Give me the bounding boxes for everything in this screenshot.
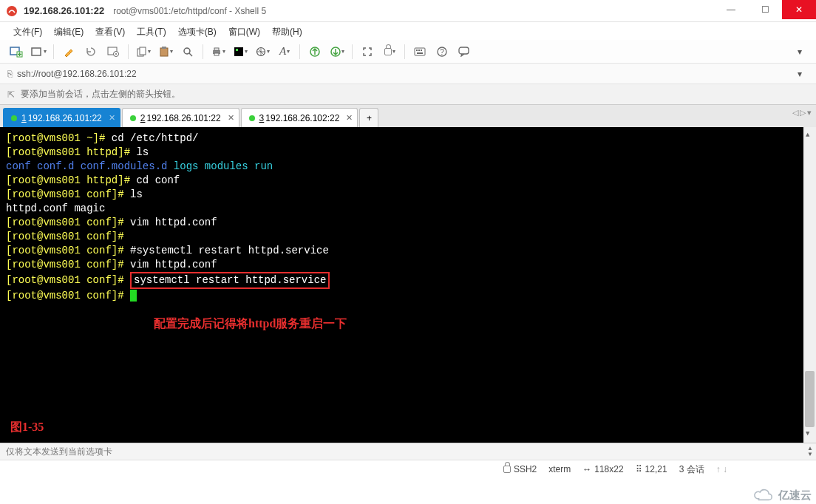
status-dot-icon (11, 115, 17, 121)
print-button[interactable] (209, 43, 227, 61)
toolbar-separator (299, 44, 300, 59)
term-cmd: cd /etc/httpd/ (112, 132, 199, 144)
tab-prev-button[interactable]: ◁ (792, 108, 798, 118)
paste-button[interactable] (157, 43, 174, 61)
tab-bar: 1 192.168.26.101:22 ✕ 2 192.168.26.101:2… (0, 105, 816, 127)
keyboard-button[interactable] (411, 43, 429, 61)
titlebar: 192.168.26.101:22 root@vms001:/etc/httpd… (0, 0, 816, 22)
prompt: [root@vms001 httpd]# (6, 174, 136, 186)
svg-rect-8 (140, 47, 146, 55)
address-overflow-button[interactable]: ▾ (791, 65, 809, 83)
session-tab-2[interactable]: 2 192.168.26.101:22 ✕ (122, 108, 239, 127)
toolbar-separator (203, 44, 203, 59)
lock-button[interactable] (381, 43, 398, 61)
cursor-icon (130, 290, 137, 302)
svg-rect-23 (421, 50, 422, 51)
menu-tools[interactable]: 工具(T) (132, 26, 170, 38)
new-session-button[interactable] (7, 43, 25, 61)
find-button[interactable] (179, 43, 197, 61)
open-session-button[interactable] (30, 43, 47, 61)
compose-spinner[interactable]: ▲▼ (807, 446, 813, 457)
term-cmd: ls (130, 188, 143, 200)
menu-file[interactable]: 文件(F) (9, 26, 47, 38)
prompt: [root@vms001 conf]# (6, 290, 130, 302)
prompt: [root@vms001 conf]# (6, 231, 124, 242)
close-button[interactable]: ✕ (782, 0, 816, 19)
menu-edit[interactable]: 编辑(E) (50, 26, 88, 38)
maximize-button[interactable]: ☐ (748, 0, 782, 19)
menu-view[interactable]: 查看(V) (91, 26, 129, 38)
ls-output: httpd.conf magic (6, 202, 105, 214)
copy-button[interactable] (135, 43, 152, 61)
ls-output-dir: conf conf.d conf.modules.d (6, 160, 167, 172)
reconnect-button[interactable] (82, 43, 100, 61)
svg-rect-15 (234, 47, 243, 56)
menu-help[interactable]: 帮助(H) (268, 26, 307, 38)
properties-button[interactable] (104, 43, 122, 61)
toolbar-separator (404, 44, 405, 59)
hint-bar: ⇱ 要添加当前会话，点击左侧的箭头按钮。 (0, 84, 816, 105)
terminal[interactable]: [root@vms001 ~]# cd /etc/httpd/ [root@vm… (0, 127, 816, 443)
svg-point-6 (115, 53, 117, 55)
svg-rect-14 (214, 53, 219, 55)
font-button[interactable]: A (276, 43, 293, 61)
color-scheme-button[interactable] (231, 43, 249, 61)
highlight-button[interactable] (60, 43, 78, 61)
tab-label: 192.168.26.102:22 (265, 113, 339, 123)
svg-rect-21 (416, 50, 418, 51)
chat-button[interactable] (455, 43, 473, 61)
terminal-scrollbar[interactable]: ▲ ▼ (803, 127, 816, 443)
transfer-down-button[interactable] (328, 43, 346, 61)
term-cmd: cd conf (136, 174, 180, 186)
help-button[interactable]: ? (433, 43, 451, 61)
title-path: root@vms001:/etc/httpd/conf - Xshell 5 (113, 6, 266, 16)
prompt: [root@vms001 conf]# (6, 259, 130, 270)
session-tab-3[interactable]: 3 192.168.26.102:22 ✕ (241, 108, 358, 127)
prompt: [root@vms001 conf]# (6, 188, 130, 200)
svg-text:?: ? (440, 48, 444, 56)
menu-window[interactable]: 窗口(W) (224, 26, 265, 38)
hint-pin-icon[interactable]: ⇱ (7, 89, 15, 100)
svg-point-0 (7, 6, 17, 16)
prompt: [root@vms001 ~]# (6, 132, 112, 144)
prompt: [root@vms001 conf]# (6, 217, 130, 228)
tab-menu-button[interactable]: ▾ (807, 108, 812, 118)
encoding-button[interactable] (254, 43, 271, 61)
term-cmd: #systemctl restart httpd.service (130, 245, 329, 256)
compose-placeholder: 仅将文本发送到当前选项卡 (6, 446, 112, 458)
status-bar: SSH2 xterm ↔118x22 ⠿12,21 3 会话 ↑ ↓ (0, 460, 816, 478)
hint-text: 要添加当前会话，点击左侧的箭头按钮。 (21, 88, 180, 101)
status-updown-icon[interactable]: ↑ ↓ (716, 464, 727, 474)
svg-rect-22 (418, 50, 420, 51)
svg-rect-9 (160, 48, 168, 56)
ls-output-link: logs modules run (167, 160, 273, 172)
term-cmd: vim httpd.conf (130, 259, 217, 270)
prompt: [root@vms001 conf]# (6, 245, 130, 256)
figure-label: 图1-35 (10, 420, 44, 433)
title-ip: 192.168.26.101:22 (24, 5, 104, 16)
compose-bar[interactable]: 仅将文本发送到当前选项卡 ▲▼ (0, 443, 816, 460)
svg-rect-20 (415, 48, 425, 55)
tab-close-icon[interactable]: ✕ (109, 113, 115, 123)
status-protocol: SSH2 (503, 464, 537, 474)
minimize-button[interactable]: — (714, 0, 748, 19)
tab-next-button[interactable]: ▷ (800, 108, 806, 118)
tab-close-icon[interactable]: ✕ (346, 113, 353, 123)
address-bar: ⎘ ssh://root@192.168.26.101:22 ▾ (0, 64, 816, 84)
watermark: 亿速云 (752, 488, 812, 503)
tab-close-icon[interactable]: ✕ (228, 113, 234, 123)
address-add-icon[interactable]: ⎘ (7, 69, 13, 79)
scrollbar-thumb[interactable] (805, 371, 815, 427)
session-tab-1[interactable]: 1 192.168.26.101:22 ✕ (3, 108, 120, 127)
svg-rect-10 (162, 47, 166, 49)
address-url[interactable]: ssh://root@192.168.26.101:22 (17, 69, 137, 79)
svg-rect-13 (214, 48, 219, 50)
term-cmd: vim httpd.conf (130, 217, 217, 228)
term-cmd: ls (136, 146, 149, 158)
transfer-up-button[interactable] (306, 43, 324, 61)
toolbar-separator (128, 44, 129, 59)
fullscreen-button[interactable] (358, 43, 376, 61)
menu-tabs[interactable]: 选项卡(B) (174, 26, 221, 38)
add-tab-button[interactable]: + (359, 108, 378, 127)
toolbar-overflow-button[interactable]: ▾ (791, 43, 809, 61)
